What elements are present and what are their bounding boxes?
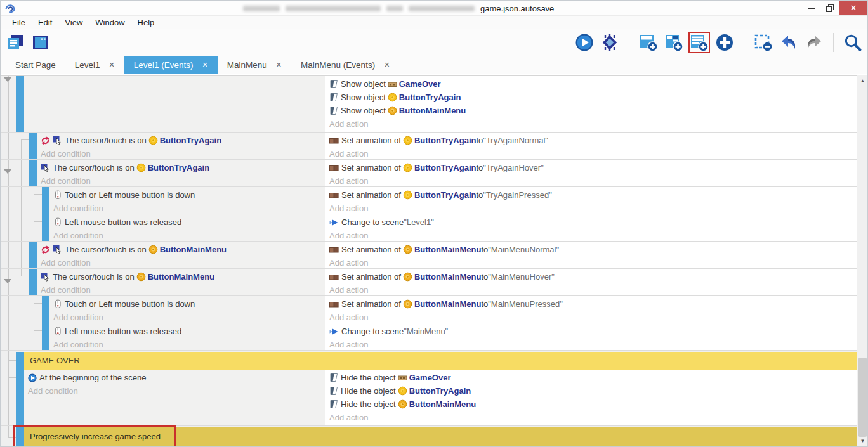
conditions-cell[interactable]: At the beginning of the sceneAdd conditi…	[24, 370, 326, 425]
comment-text[interactable]: GAME OVER	[24, 352, 857, 370]
add-action-button[interactable]: Add action	[329, 202, 857, 214]
conditions-cell[interactable]: The cursor/touch is on ButtonMainMenuAdd…	[37, 242, 326, 268]
undo-button[interactable]	[778, 32, 799, 53]
action-line[interactable]: Set animation of ButtonTryAgain to "TryA…	[329, 134, 857, 147]
action-line[interactable]: Change to scene "Level1"	[329, 216, 857, 229]
restore-button[interactable]	[820, 1, 839, 15]
add-condition-button[interactable]: Add condition	[53, 229, 325, 241]
tab-level1-events-[interactable]: Level1 (Events)✕	[124, 56, 218, 74]
add-action-button[interactable]: Add action	[329, 311, 857, 323]
add-condition-button[interactable]: Add condition	[41, 147, 325, 159]
action-line[interactable]: Set animation of ButtonMainMenu to "Main…	[329, 243, 857, 256]
tab-close-icon[interactable]: ✕	[276, 61, 282, 69]
add-action-button[interactable]: Add action	[329, 229, 857, 241]
tab-level1[interactable]: Level1✕	[65, 56, 124, 74]
action-line[interactable]: Hide the object ButtonTryAgain	[329, 384, 857, 398]
conditions-cell[interactable]: Left mouse button was releasedAdd condit…	[49, 214, 326, 241]
condition-line[interactable]: Left mouse button was released	[53, 325, 325, 338]
actions-cell[interactable]: Show object GameOverShow object ButtonTr…	[326, 76, 857, 132]
actions-cell[interactable]: Change to scene "MainMenu"Add action	[326, 323, 857, 350]
add-action-button[interactable]: Add action	[329, 338, 857, 350]
add-action-button[interactable]: Add action	[329, 411, 857, 424]
conditions-cell[interactable]: Left mouse button was releasedAdd condit…	[49, 323, 326, 350]
action-line[interactable]: Show object ButtonTryAgain	[329, 91, 857, 104]
menu-item-window[interactable]: Window	[89, 18, 131, 27]
action-line[interactable]: Set animation of ButtonMainMenu to "Main…	[329, 270, 857, 283]
conditions-cell[interactable]: The cursor/touch is on ButtonTryAgainAdd…	[37, 160, 326, 186]
add-comment-button[interactable]	[688, 32, 710, 53]
condition-line[interactable]: Left mouse button was released	[53, 216, 325, 229]
comment-event[interactable]: Progressively increase game speed	[1, 427, 857, 446]
condition-line[interactable]: At the beginning of the scene	[28, 371, 325, 384]
minimize-button[interactable]	[801, 1, 820, 15]
add-plus-button[interactable]	[714, 32, 735, 53]
condition-line[interactable]: The cursor/touch is on ButtonMainMenu	[41, 243, 325, 256]
add-event-button[interactable]	[638, 32, 659, 53]
tab-close-icon[interactable]: ✕	[202, 61, 208, 69]
condition-line[interactable]: The cursor/touch is on ButtonTryAgain	[41, 134, 325, 147]
actions-cell[interactable]: Set animation of ButtonTryAgain to "TryA…	[326, 133, 857, 159]
add-action-button[interactable]: Add action	[329, 283, 857, 295]
conditions-cell[interactable]: Touch or Left mouse button is downAdd co…	[49, 296, 326, 323]
add-action-button[interactable]: Add action	[329, 174, 857, 186]
action-line[interactable]: Set animation of ButtonMainMenu to "Main…	[329, 297, 857, 311]
actions-cell[interactable]: Set animation of ButtonMainMenu to "Main…	[326, 242, 857, 268]
action-line[interactable]: Change to scene "MainMenu"	[329, 325, 857, 338]
play-button[interactable]	[574, 32, 595, 53]
add-action-button[interactable]: Add action	[329, 147, 857, 159]
action-line[interactable]: Set animation of ButtonTryAgain to "TryA…	[329, 161, 857, 174]
close-button[interactable]: ✕	[839, 1, 867, 15]
add-subevent-button[interactable]	[663, 32, 685, 53]
action-line[interactable]: Hide the object ButtonMainMenu	[329, 398, 857, 411]
scroll-down-arrow[interactable]: ▼	[857, 436, 868, 446]
conditions-cell[interactable]	[24, 76, 326, 132]
scrollbar-thumb[interactable]	[858, 358, 867, 437]
tab-mainmenu[interactable]: MainMenu✕	[218, 56, 291, 74]
actions-cell[interactable]: Change to scene "Level1"Add action	[326, 214, 857, 241]
add-condition-button[interactable]: Add condition	[28, 384, 325, 398]
add-condition-button[interactable]: Add condition	[53, 202, 325, 214]
tab-close-icon[interactable]: ✕	[109, 61, 115, 69]
actions-cell[interactable]: Set animation of ButtonMainMenu to "Main…	[326, 269, 857, 295]
condition-line[interactable]: The cursor/touch is on ButtonMainMenu	[41, 270, 325, 283]
conditions-cell[interactable]: The cursor/touch is on ButtonTryAgainAdd…	[37, 133, 326, 159]
add-condition-button[interactable]: Add condition	[41, 256, 325, 268]
add-condition-button[interactable]: Add condition	[41, 174, 325, 186]
conditions-cell[interactable]: The cursor/touch is on ButtonMainMenuAdd…	[37, 269, 326, 295]
debug-button[interactable]	[599, 32, 621, 53]
menu-item-view[interactable]: View	[58, 18, 89, 27]
actions-cell[interactable]: Set animation of ButtonMainMenu to "Main…	[326, 296, 857, 323]
conditions-cell[interactable]: Touch or Left mouse button is downAdd co…	[49, 187, 326, 214]
comment-event[interactable]: GAME OVER	[1, 352, 857, 370]
condition-line[interactable]: Touch or Left mouse button is down	[53, 297, 325, 311]
vertical-scrollbar[interactable]: ▲ ▼	[857, 75, 867, 446]
add-condition-button[interactable]: Add condition	[53, 338, 325, 350]
redo-button[interactable]	[803, 32, 825, 53]
action-line[interactable]: Set animation of ButtonTryAgain to "TryA…	[329, 188, 857, 202]
add-action-button[interactable]: Add action	[329, 117, 857, 131]
add-condition-button[interactable]: Add condition	[53, 311, 325, 323]
scroll-up-arrow[interactable]: ▲	[857, 75, 868, 86]
actions-cell[interactable]: Set animation of ButtonTryAgain to "TryA…	[326, 187, 857, 214]
tab-start-page[interactable]: Start Page	[6, 56, 65, 74]
action-line[interactable]: Show object ButtonMainMenu	[329, 104, 857, 117]
condition-line[interactable]: Touch or Left mouse button is down	[53, 188, 325, 202]
actions-cell[interactable]: Set animation of ButtonTryAgain to "TryA…	[326, 160, 857, 186]
action-line[interactable]: Show object GameOver	[329, 77, 857, 91]
add-condition-button[interactable]: Add condition	[41, 283, 325, 295]
menu-item-edit[interactable]: Edit	[32, 18, 58, 27]
action-line[interactable]: Hide the object GameOver	[329, 371, 857, 384]
comment-text[interactable]: Progressively increase game speed	[24, 427, 857, 446]
remove-selection-button[interactable]	[753, 32, 774, 53]
menu-item-file[interactable]: File	[6, 18, 32, 27]
condition-line[interactable]: The cursor/touch is on ButtonTryAgain	[41, 161, 325, 174]
menu-item-help[interactable]: Help	[131, 18, 161, 27]
tab-mainmenu-events-[interactable]: MainMenu (Events)✕	[291, 56, 399, 74]
project-manager-button[interactable]	[4, 32, 26, 53]
start-page-button[interactable]	[30, 32, 51, 53]
add-action-button[interactable]: Add action	[329, 256, 857, 268]
search-button[interactable]	[842, 32, 864, 53]
actions-cell[interactable]: Hide the object GameOverHide the object …	[326, 370, 857, 425]
visibility-icon	[329, 79, 338, 89]
tab-close-icon[interactable]: ✕	[384, 61, 390, 69]
